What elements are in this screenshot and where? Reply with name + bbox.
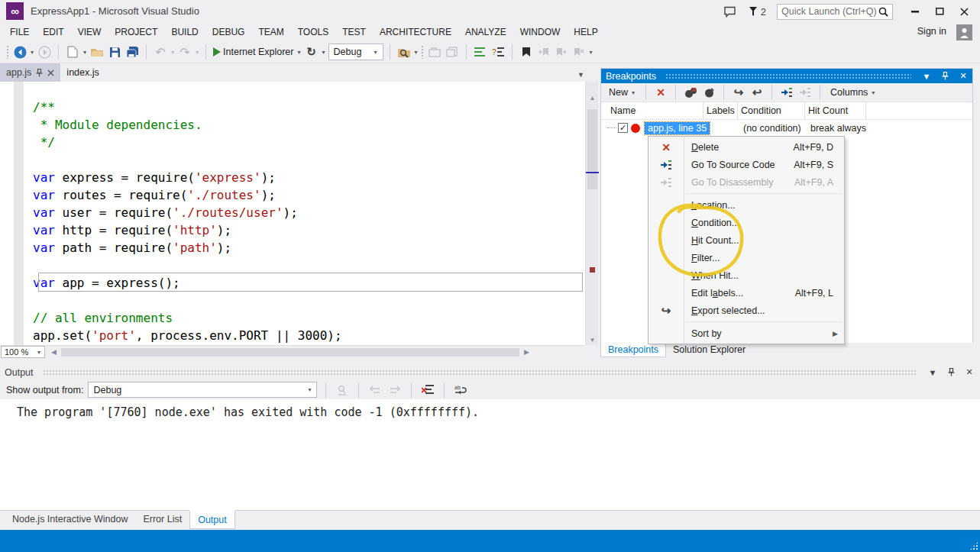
code-line[interactable]: var routes = require('./routes'); (33, 186, 585, 204)
tab-app-js[interactable]: app.js (0, 63, 60, 82)
column-header-condition[interactable]: Condition (738, 102, 805, 120)
toggle-all-breakpoints-icon[interactable] (701, 84, 716, 101)
scroll-down-icon[interactable]: ▼ (586, 334, 599, 345)
zoom-select[interactable]: 100 % ▾ (1, 346, 45, 358)
feedback-icon[interactable] (723, 3, 738, 20)
code-line[interactable]: var app = express(); (33, 274, 585, 292)
code-line[interactable] (33, 292, 585, 309)
clear-all-icon[interactable] (420, 382, 435, 399)
vertical-scrollbar[interactable]: ▲ ▼ (585, 82, 598, 345)
output-source-select[interactable]: Debug ▾ (88, 382, 317, 398)
menu-debug[interactable]: DEBUG (205, 24, 252, 40)
new-file-icon[interactable] (65, 44, 80, 60)
code-line[interactable]: var express = require('express'); (33, 169, 585, 186)
context-menu-item[interactable]: ✕DeleteAlt+F9, D (648, 138, 844, 156)
column-header-labels[interactable]: Labels (703, 102, 738, 120)
sign-in-link[interactable]: Sign in (917, 26, 946, 37)
delete-all-breakpoints-icon[interactable] (683, 84, 698, 101)
quick-launch-input[interactable]: Quick Launch (Ctrl+Q) (777, 4, 893, 20)
code-line[interactable]: var path = require('path'); (33, 239, 585, 257)
breakpoints-title-bar[interactable]: Breakpoints ▼ ✕ (601, 69, 972, 83)
columns-button[interactable]: Columns ▾ (827, 87, 878, 98)
scroll-up-icon[interactable]: ▲ (586, 92, 599, 103)
context-menu-item[interactable]: Location... (648, 196, 844, 214)
refresh-dropdown-icon[interactable]: ▾ (322, 49, 326, 56)
code-line[interactable]: /** (33, 98, 585, 116)
comment-lines-icon[interactable] (473, 44, 488, 60)
export-breakpoints-icon[interactable]: ↪ (731, 84, 746, 101)
output-title-bar[interactable]: Output ▼ ✕ (0, 364, 980, 380)
menu-view[interactable]: VIEW (71, 24, 108, 40)
find-options-chevron-icon[interactable]: ▾ (414, 49, 419, 56)
context-menu-item[interactable]: ↪Export selected... (648, 302, 844, 319)
document-list-dropdown-icon[interactable]: ▼ (577, 71, 584, 79)
context-menu-item[interactable]: Sort by▶ (648, 324, 844, 342)
context-menu-item[interactable]: Edit labels...Alt+F9, L (648, 284, 844, 302)
code-line[interactable] (33, 257, 585, 274)
window-position-dropdown-icon[interactable]: ▼ (920, 72, 933, 81)
pin-icon[interactable] (945, 368, 957, 376)
menu-project[interactable]: PROJECT (108, 24, 164, 40)
breakpoint-row[interactable]: ✓ app.js, line 35 (no condition) break a… (601, 120, 972, 136)
toggle-word-wrap-icon[interactable]: ab (453, 382, 468, 399)
close-panel-icon[interactable]: ✕ (963, 367, 975, 377)
pin-icon[interactable] (939, 72, 951, 80)
go-to-source-icon[interactable] (779, 84, 794, 101)
new-file-dropdown-icon[interactable]: ▾ (82, 49, 87, 56)
pin-icon[interactable] (36, 69, 43, 77)
start-debug-button[interactable]: Internet Explorer ▾ (212, 47, 301, 57)
menu-edit[interactable]: EDIT (36, 24, 70, 40)
code-line[interactable]: * Module dependencies. (33, 116, 585, 134)
output-content[interactable]: The program '[7760] node.exe' has exited… (0, 399, 980, 510)
toolbar-grip[interactable] (6, 45, 10, 59)
maximize-button[interactable] (928, 2, 951, 21)
navigate-back-icon[interactable] (12, 44, 27, 60)
bookmark-options-chevron-icon[interactable]: ▾ (589, 49, 593, 56)
menu-build[interactable]: BUILD (164, 24, 205, 40)
close-button[interactable] (953, 2, 975, 21)
minimize-button[interactable] (904, 2, 927, 21)
close-panel-icon[interactable]: ✕ (957, 71, 969, 81)
save-all-icon[interactable] (125, 44, 140, 60)
code-editor[interactable]: /** * Module dependencies. */ var expres… (0, 82, 585, 345)
tab-nodejs-interactive-window[interactable]: Node.js Interactive Window (5, 511, 135, 528)
open-file-icon[interactable] (89, 44, 105, 60)
code-line[interactable]: app.set('port', process.env.PORT || 3000… (33, 327, 585, 344)
import-breakpoints-icon[interactable]: ↩ (749, 84, 765, 101)
scrollbar-thumb[interactable] (587, 109, 597, 189)
save-icon[interactable] (107, 44, 122, 60)
column-header-name[interactable]: Name (607, 102, 703, 120)
scroll-right-icon[interactable]: ▶ (524, 348, 529, 356)
context-menu-item[interactable]: When Hit... (648, 266, 844, 284)
solution-config-select[interactable]: Debug ▾ (328, 44, 383, 60)
tab-output[interactable]: Output (189, 510, 235, 529)
code-line[interactable]: var user = require('./routes/user'); (33, 204, 585, 221)
navigate-back-dropdown-icon[interactable]: ▾ (30, 49, 34, 56)
code-line[interactable]: var http = require('http'); (33, 221, 585, 239)
context-menu-item[interactable]: Filter... (648, 249, 844, 266)
tab-error-list[interactable]: Error List (135, 511, 189, 528)
code-line[interactable]: */ (33, 134, 585, 151)
context-menu-item[interactable]: Hit Count... (648, 231, 844, 249)
new-breakpoint-button[interactable]: New ▾ (606, 87, 639, 98)
refresh-icon[interactable]: ↻ (304, 44, 319, 60)
breakpoint-checkbox[interactable]: ✓ (618, 123, 628, 133)
menu-window[interactable]: WINDOW (513, 24, 568, 40)
footer-tab-solution-explorer[interactable]: Solution Explorer (666, 343, 752, 357)
user-avatar-icon[interactable] (956, 24, 972, 40)
code-line[interactable] (33, 151, 585, 169)
scroll-left-icon[interactable]: ◀ (51, 348, 57, 356)
toolbar-grip[interactable] (421, 45, 425, 59)
context-menu-item[interactable]: Go To Source CodeAlt+F9, S (648, 156, 844, 173)
delete-breakpoint-icon[interactable]: ✕ (653, 84, 668, 101)
menu-team[interactable]: TEAM (251, 24, 290, 40)
bookmark-icon[interactable] (519, 44, 534, 60)
breakpoint-name[interactable]: app.js, line 35 (645, 122, 710, 134)
menu-file[interactable]: FILE (3, 24, 36, 40)
close-tab-icon[interactable] (47, 69, 54, 76)
find-in-files-icon[interactable] (396, 44, 412, 60)
menu-analyze[interactable]: ANALYZE (458, 24, 513, 40)
menu-tools[interactable]: TOOLS (291, 24, 335, 40)
menu-test[interactable]: TEST (335, 24, 373, 40)
footer-tab-breakpoints[interactable]: Breakpoints (600, 343, 666, 357)
